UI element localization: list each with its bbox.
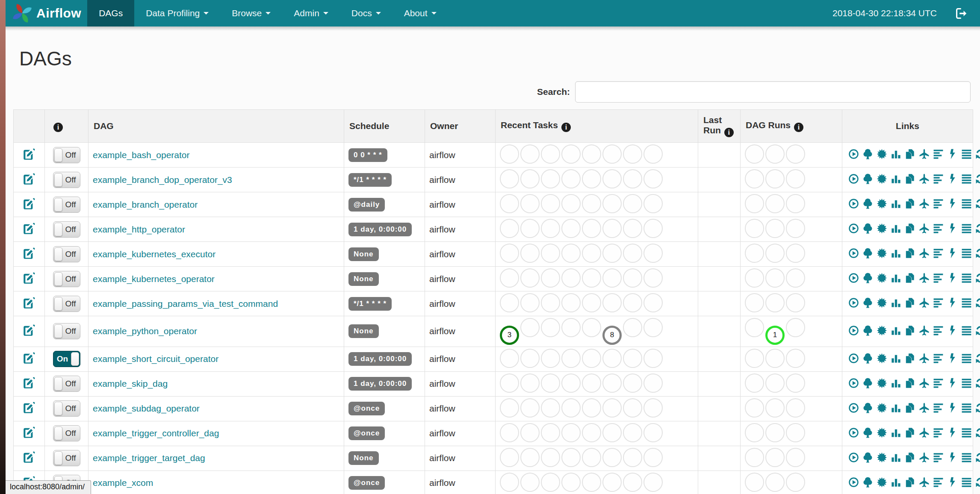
dag-edit-link[interactable] <box>23 352 35 365</box>
landing-times-link[interactable] <box>919 353 930 364</box>
landing-times-link[interactable] <box>919 248 930 259</box>
task-tries-link[interactable] <box>905 477 915 488</box>
task-tries-link[interactable] <box>905 223 915 234</box>
dag-details-link[interactable] <box>961 248 972 259</box>
task-duration-link[interactable] <box>891 378 901 388</box>
dag-details-link[interactable] <box>961 427 972 438</box>
tree-view-link[interactable] <box>862 353 873 364</box>
dag-link[interactable]: example_skip_dag <box>93 379 168 388</box>
task-tries-link[interactable] <box>905 353 915 364</box>
tree-view-link[interactable] <box>862 273 873 283</box>
dag-details-link[interactable] <box>961 173 972 184</box>
logout-icon[interactable] <box>956 8 967 19</box>
task-duration-link[interactable] <box>891 353 901 364</box>
task-duration-link[interactable] <box>891 403 901 413</box>
task-tries-link[interactable] <box>905 403 915 413</box>
gantt-view-link[interactable] <box>933 325 944 336</box>
tree-view-link[interactable] <box>862 149 873 159</box>
graph-view-link[interactable] <box>877 198 887 209</box>
tree-view-link[interactable] <box>862 223 873 234</box>
task-duration-link[interactable] <box>891 297 901 308</box>
refresh-link[interactable] <box>975 248 980 259</box>
gantt-view-link[interactable] <box>933 273 944 283</box>
trigger-dag-link[interactable] <box>848 477 859 488</box>
nav-item-admin[interactable]: Admin <box>282 0 340 26</box>
dag-pause-toggle[interactable]: Off <box>53 323 80 339</box>
graph-view-link[interactable] <box>877 248 887 259</box>
task-state-circle[interactable]: 1 <box>765 326 785 345</box>
dag-pause-toggle[interactable]: Off <box>53 197 80 213</box>
trigger-dag-link[interactable] <box>848 297 859 308</box>
dag-details-link[interactable] <box>961 149 972 159</box>
search-input[interactable] <box>575 81 971 103</box>
gantt-view-link[interactable] <box>933 353 944 364</box>
trigger-dag-link[interactable] <box>848 149 859 159</box>
nav-item-data-profiling[interactable]: Data Profiling <box>134 0 220 26</box>
dag-details-link[interactable] <box>961 198 972 209</box>
refresh-link[interactable] <box>975 273 980 283</box>
trigger-dag-link[interactable] <box>848 378 859 388</box>
refresh-link[interactable] <box>975 325 980 336</box>
dag-details-link[interactable] <box>961 378 972 388</box>
gantt-view-link[interactable] <box>933 248 944 259</box>
tree-view-link[interactable] <box>862 198 873 209</box>
gantt-view-link[interactable] <box>933 173 944 184</box>
dag-link[interactable]: example_kubernetes_operator <box>93 274 215 284</box>
task-tries-link[interactable] <box>905 297 915 308</box>
graph-view-link[interactable] <box>877 378 887 388</box>
dag-link[interactable]: example_trigger_target_dag <box>93 453 205 463</box>
dag-link[interactable]: example_kubernetes_executor <box>93 249 215 259</box>
task-tries-link[interactable] <box>905 273 915 283</box>
gantt-view-link[interactable] <box>933 477 944 488</box>
dag-link[interactable]: example_xcom <box>93 478 153 488</box>
landing-times-link[interactable] <box>919 452 930 463</box>
dag-link[interactable]: example_passing_params_via_test_command <box>93 299 278 309</box>
task-duration-link[interactable] <box>891 427 901 438</box>
dag-edit-link[interactable] <box>23 451 35 464</box>
dag-link[interactable]: example_trigger_controller_dag <box>93 428 219 438</box>
landing-times-link[interactable] <box>919 223 930 234</box>
tree-view-link[interactable] <box>862 173 873 184</box>
gantt-view-link[interactable] <box>933 378 944 388</box>
gantt-view-link[interactable] <box>933 223 944 234</box>
task-tries-link[interactable] <box>905 149 915 159</box>
code-view-link[interactable] <box>947 223 958 234</box>
code-view-link[interactable] <box>947 452 958 463</box>
task-duration-link[interactable] <box>891 477 901 488</box>
refresh-link[interactable] <box>975 149 980 159</box>
graph-view-link[interactable] <box>877 353 887 364</box>
dag-pause-toggle[interactable]: Off <box>53 271 80 287</box>
dag-edit-link[interactable] <box>23 148 35 161</box>
nav-item-browse[interactable]: Browse <box>220 0 282 26</box>
trigger-dag-link[interactable] <box>848 452 859 463</box>
trigger-dag-link[interactable] <box>848 198 859 209</box>
tree-view-link[interactable] <box>862 378 873 388</box>
dag-edit-link[interactable] <box>23 426 35 439</box>
task-duration-link[interactable] <box>891 273 901 283</box>
tree-view-link[interactable] <box>862 427 873 438</box>
code-view-link[interactable] <box>947 403 958 413</box>
dag-pause-toggle[interactable]: Off <box>53 296 80 312</box>
landing-times-link[interactable] <box>919 325 930 336</box>
task-tries-link[interactable] <box>905 378 915 388</box>
dag-edit-link[interactable] <box>23 173 35 185</box>
trigger-dag-link[interactable] <box>848 173 859 184</box>
landing-times-link[interactable] <box>919 273 930 283</box>
code-view-link[interactable] <box>947 273 958 283</box>
dag-pause-toggle[interactable]: Off <box>53 400 80 417</box>
gantt-view-link[interactable] <box>933 198 944 209</box>
task-tries-link[interactable] <box>905 427 915 438</box>
airflow-brand[interactable]: Airflow <box>6 0 87 26</box>
trigger-dag-link[interactable] <box>848 273 859 283</box>
code-view-link[interactable] <box>947 477 958 488</box>
dag-pause-toggle[interactable]: Off <box>53 221 80 238</box>
refresh-link[interactable] <box>975 403 980 413</box>
code-view-link[interactable] <box>947 427 958 438</box>
task-tries-link[interactable] <box>905 452 915 463</box>
code-view-link[interactable] <box>947 149 958 159</box>
task-duration-link[interactable] <box>891 452 901 463</box>
graph-view-link[interactable] <box>877 403 887 413</box>
dag-link[interactable]: example_branch_dop_operator_v3 <box>93 175 232 185</box>
tree-view-link[interactable] <box>862 325 873 336</box>
trigger-dag-link[interactable] <box>848 248 859 259</box>
